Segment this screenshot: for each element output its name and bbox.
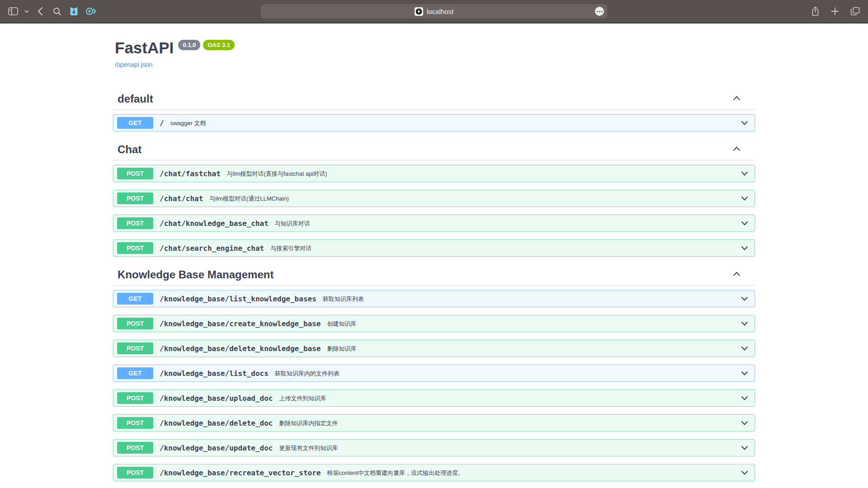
extension-circles-star-icon[interactable] (84, 5, 97, 18)
section-title: Knowledge Base Management (118, 268, 274, 281)
endpoint-row-knowledge-base-list-knowledge-bases[interactable]: GET/knowledge_base/list_knowledge_bases获… (113, 290, 755, 307)
endpoint-path: /chat/knowledge_base_chat (160, 219, 269, 228)
expand-endpoint-chevron-down-icon[interactable] (740, 319, 749, 328)
method-badge-post: POST (117, 318, 153, 329)
back-button[interactable] (33, 5, 47, 18)
expand-endpoint-chevron-down-icon[interactable] (740, 169, 749, 178)
expand-endpoint-chevron-down-icon[interactable] (740, 418, 749, 427)
version-badge: 0.1.0 (178, 40, 200, 50)
endpoint-description: 删除知识库内指定文件 (279, 418, 338, 427)
endpoint-row-knowledge-base-list-docs[interactable]: GET/knowledge_base/list_docs获取知识库内的文件列表 (113, 365, 755, 382)
new-tab-button[interactable] (828, 5, 842, 18)
address-bar-content: localhost (415, 7, 453, 16)
section-header-knowledge-base-management[interactable]: Knowledge Base Management (113, 264, 755, 286)
endpoint-row-knowledge-base-recreate-vector-store[interactable]: POST/knowledge_base/recreate_vector_stor… (113, 464, 755, 481)
method-badge-post: POST (117, 467, 153, 479)
expand-endpoint-chevron-down-icon[interactable] (740, 443, 749, 452)
expand-endpoint-chevron-down-icon[interactable] (740, 394, 749, 403)
method-badge-get: GET (117, 117, 153, 129)
method-badge-post: POST (117, 442, 153, 454)
endpoint-description: 创建知识库 (327, 319, 356, 328)
method-badge-post: POST (117, 392, 153, 404)
title-row: FastAPI 0.1.0 OAS 3.1 (115, 39, 755, 57)
expand-endpoint-chevron-down-icon[interactable] (740, 468, 749, 477)
sidebar-toggle-button[interactable] (6, 5, 20, 18)
method-badge-post: POST (117, 217, 153, 229)
badge-group: 0.1.0 OAS 3.1 (178, 40, 235, 50)
endpoint-row-root[interactable]: GET/swagger 文档 (113, 114, 755, 131)
page-settings-ellipsis-button[interactable] (595, 7, 604, 16)
expand-endpoint-chevron-down-icon[interactable] (740, 244, 749, 253)
endpoint-path: /chat/fastchat (160, 169, 221, 178)
endpoint-path: /knowledge_base/upload_doc (160, 394, 273, 403)
expand-endpoint-chevron-down-icon[interactable] (740, 194, 749, 203)
browser-toolbar: localhost (0, 0, 868, 23)
expand-endpoint-chevron-down-icon[interactable] (740, 294, 749, 303)
endpoint-path: /chat/chat (160, 194, 203, 203)
endpoint-description: swagger 文档 (170, 118, 206, 127)
endpoint-list: GET/swagger 文档 (113, 110, 755, 131)
site-favicon (415, 7, 423, 16)
tab-overview-button[interactable] (848, 5, 862, 18)
ellipsis-icon (597, 11, 603, 12)
method-badge-post: POST (117, 343, 153, 354)
method-badge-post: POST (117, 242, 153, 254)
expand-endpoint-chevron-down-icon[interactable] (740, 344, 749, 353)
method-badge-post: POST (117, 192, 153, 204)
oas-badge: OAS 3.1 (203, 40, 235, 50)
swagger-page: FastAPI 0.1.0 OAS 3.1 /openapi.json defa… (0, 23, 868, 487)
expand-endpoint-chevron-down-icon[interactable] (740, 219, 749, 228)
endpoint-description: 获取知识库内的文件列表 (275, 369, 340, 378)
endpoint-description: 删除知识库 (327, 344, 356, 353)
api-sections: defaultGET/swagger 文档ChatPOST/chat/fastc… (113, 89, 755, 481)
sidebar-chevron-icon[interactable] (23, 5, 30, 18)
address-bar[interactable]: localhost (261, 4, 607, 19)
content-wrapper: FastAPI 0.1.0 OAS 3.1 /openapi.json defa… (113, 23, 755, 481)
section-chat: ChatPOST/chat/fastchat与llm模型对话(直接与fastch… (113, 139, 755, 257)
endpoint-path: /knowledge_base/create_knowledge_base (160, 319, 321, 328)
section-knowledge-base-management: Knowledge Base ManagementGET/knowledge_b… (113, 264, 755, 481)
endpoint-path: /knowledge_base/list_docs (160, 369, 269, 378)
collapse-section-chevron-up-icon[interactable] (732, 144, 741, 155)
toolbar-left-group (0, 5, 97, 18)
endpoint-path: /knowledge_base/update_doc (160, 444, 273, 452)
endpoint-description: 获取知识库列表 (323, 294, 364, 303)
method-badge-get: GET (117, 367, 153, 379)
endpoint-row-knowledge-base-delete-knowledge-base[interactable]: POST/knowledge_base/delete_knowledge_bas… (113, 340, 755, 357)
section-header-default[interactable]: default (113, 89, 755, 110)
endpoint-row-chat-chat[interactable]: POST/chat/chat与llm模型对话(通过LLMChain) (113, 190, 755, 207)
endpoint-description: 与llm模型对话(通过LLMChain) (209, 194, 289, 203)
expand-endpoint-chevron-down-icon[interactable] (740, 118, 749, 127)
endpoint-path: /knowledge_base/delete_knowledge_base (160, 344, 321, 353)
url-text: localhost (427, 8, 453, 15)
endpoint-row-chat-knowledge-base-chat[interactable]: POST/chat/knowledge_base_chat与知识库对话 (113, 215, 755, 232)
endpoint-row-knowledge-base-upload-doc[interactable]: POST/knowledge_base/upload_doc上传文件到知识库 (113, 389, 755, 407)
endpoint-row-knowledge-base-create-knowledge-base[interactable]: POST/knowledge_base/create_knowledge_bas… (113, 315, 755, 332)
endpoint-path: /knowledge_base/list_knowledge_bases (160, 295, 316, 303)
endpoint-description: 根据content中文档重建向量库，流式输出处理进度。 (327, 468, 464, 477)
expand-endpoint-chevron-down-icon[interactable] (740, 369, 749, 378)
endpoint-row-knowledge-base-delete-doc[interactable]: POST/knowledge_base/delete_doc删除知识库内指定文件 (113, 414, 755, 432)
method-badge-get: GET (117, 293, 153, 305)
search-icon[interactable] (50, 5, 64, 18)
collapse-section-chevron-up-icon[interactable] (732, 269, 741, 281)
endpoint-row-chat-fastchat[interactable]: POST/chat/fastchat与llm模型对话(直接与fastchat a… (113, 165, 755, 182)
openapi-spec-link[interactable]: /openapi.json (115, 61, 152, 68)
endpoint-path: /knowledge_base/recreate_vector_store (160, 469, 321, 477)
method-badge-post: POST (117, 168, 153, 179)
endpoint-path: / (160, 119, 164, 127)
share-button[interactable] (808, 5, 822, 18)
endpoint-row-chat-search-engine-chat[interactable]: POST/chat/search_engine_chat与搜索引擎对话 (113, 239, 755, 257)
collapse-section-chevron-up-icon[interactable] (732, 94, 741, 105)
endpoint-description: 与llm模型对话(直接与fastchat api对话) (227, 169, 327, 178)
method-badge-post: POST (117, 417, 153, 429)
endpoint-row-knowledge-base-update-doc[interactable]: POST/knowledge_base/update_doc更新现有文件到知识库 (113, 439, 755, 456)
endpoint-description: 更新现有文件到知识库 (279, 443, 338, 452)
api-info-block: FastAPI 0.1.0 OAS 3.1 /openapi.json (113, 39, 755, 69)
section-default: defaultGET/swagger 文档 (113, 89, 755, 131)
section-header-chat[interactable]: Chat (113, 139, 755, 160)
toolbar-right-group (808, 0, 862, 23)
endpoint-path: /chat/search_engine_chat (160, 244, 264, 253)
extension-download-shield-icon[interactable] (67, 5, 80, 18)
endpoint-path: /knowledge_base/delete_doc (160, 419, 273, 427)
